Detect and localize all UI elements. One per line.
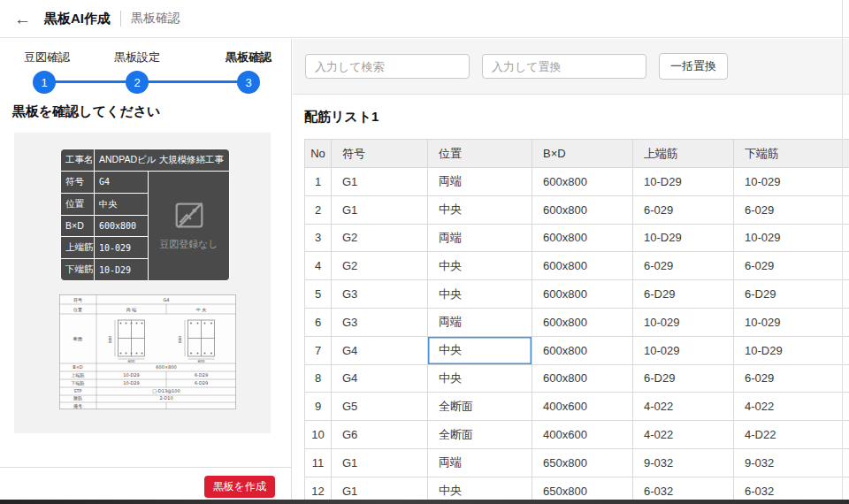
cell-bottom-bar[interactable]: 4-022 xyxy=(734,393,849,421)
cell-bxd[interactable]: 600x800 xyxy=(532,280,633,309)
cell-top-bar[interactable]: 6-029 xyxy=(633,195,734,224)
cell-sign[interactable]: G2 xyxy=(332,252,428,280)
cell-bottom-bar[interactable]: 6-029 xyxy=(734,252,849,280)
col-header-no: No xyxy=(305,140,332,168)
cell-sign[interactable]: G3 xyxy=(332,308,428,336)
cell-bxd[interactable]: 400x600 xyxy=(532,421,633,449)
svg-text:10-D29: 10-D29 xyxy=(123,372,139,378)
cell-bottom-bar[interactable]: 10-029 xyxy=(734,168,849,196)
cell-top-bar[interactable]: 10-029 xyxy=(633,336,734,364)
step-circle-2[interactable]: 2 xyxy=(126,71,149,94)
svg-text:下端筋: 下端筋 xyxy=(72,380,85,386)
cell-sign[interactable]: G4 xyxy=(332,336,428,364)
cell-sign[interactable]: G5 xyxy=(332,393,428,421)
cell-top-bar[interactable]: 10-D29 xyxy=(633,168,734,196)
cell-position[interactable]: 中央 xyxy=(428,336,532,364)
cell-sign[interactable]: G4 xyxy=(332,364,428,393)
blackboard-label: 工事名 xyxy=(61,149,94,171)
search-input[interactable] xyxy=(305,54,470,79)
cell-position[interactable]: 全断面 xyxy=(428,393,532,421)
cell-sign[interactable]: G3 xyxy=(332,280,428,309)
cell-top-bar[interactable]: 9-032 xyxy=(633,448,734,477)
cell-bottom-bar[interactable]: 6-029 xyxy=(734,195,849,224)
cell-sign[interactable]: G1 xyxy=(332,168,428,196)
svg-text:両 端: 両 端 xyxy=(126,307,137,312)
svg-text:G4: G4 xyxy=(163,297,169,302)
cell-top-bar[interactable]: 4-022 xyxy=(633,393,734,421)
cell-bxd[interactable]: 600x800 xyxy=(532,252,633,280)
col-header-position: 位置 xyxy=(428,140,532,168)
cell-bxd[interactable]: 650x800 xyxy=(532,448,633,477)
cell-no: 9 xyxy=(305,393,332,421)
cell-bxd[interactable]: 600x800 xyxy=(532,195,633,224)
step-circle-1[interactable]: 1 xyxy=(33,71,56,94)
cell-sign[interactable]: G1 xyxy=(332,448,428,477)
left-panel-footer: 黒板を作成 xyxy=(0,467,291,504)
svg-text:上端筋: 上端筋 xyxy=(72,372,85,378)
cell-bxd[interactable]: 600x800 xyxy=(532,224,633,252)
blackboard-label: 位置 xyxy=(61,194,94,215)
bulk-replace-button[interactable]: 一括置換 xyxy=(659,53,728,80)
blackboard-label: B×D xyxy=(61,216,94,237)
table-row: 8 G4 中央 600x800 6-D29 6-029 xyxy=(305,364,849,393)
svg-text:800: 800 xyxy=(178,336,182,343)
cell-top-bar[interactable]: 4-022 xyxy=(633,421,734,449)
rebar-schedule-diagram: 符号 G4 位置 両 端 中 央 断面 B×D 600×800 上端筋 10-D… xyxy=(59,294,236,409)
cell-bxd[interactable]: 600x800 xyxy=(532,308,633,336)
table-row: 3 G2 両端 600x800 10-D29 10-029 xyxy=(305,224,849,252)
cell-sign[interactable]: G2 xyxy=(332,224,428,252)
table-row: 4 G2 中央 600x800 6-029 6-029 xyxy=(305,252,849,280)
cell-position[interactable]: 中央 xyxy=(428,364,532,393)
cell-bottom-bar[interactable]: 9-032 xyxy=(734,448,849,477)
cell-position[interactable]: 両端 xyxy=(428,308,532,336)
svg-text:2-D10: 2-D10 xyxy=(159,395,172,401)
blackboard-value: 600x800 xyxy=(95,216,148,237)
step-label-2: 黒板設定 xyxy=(114,50,160,65)
table-row: 10 G6 全断面 400x600 4-022 4-D22 xyxy=(305,421,849,449)
blackboard-label: 上端筋 xyxy=(61,237,94,258)
rebar-table-body: 1 G1 両端 600x800 10-D29 10-029 2 G1 中央 xyxy=(305,168,849,504)
cell-no: 3 xyxy=(305,224,332,252)
cell-sign[interactable]: G6 xyxy=(332,421,428,449)
cell-sign[interactable]: G1 xyxy=(332,195,428,224)
cell-top-bar[interactable]: 6-D29 xyxy=(633,280,734,309)
cell-bxd[interactable]: 600x800 xyxy=(532,336,633,364)
cell-bottom-bar[interactable]: 4-D22 xyxy=(734,421,849,449)
create-blackboard-button[interactable]: 黒板を作成 xyxy=(204,476,275,498)
table-row: 9 G5 全断面 400x600 4-022 4-022 xyxy=(305,393,849,421)
cell-bottom-bar[interactable]: 6-D29 xyxy=(734,280,849,309)
cell-position[interactable]: 両端 xyxy=(428,168,532,196)
cell-no: 8 xyxy=(305,364,332,393)
cell-bottom-bar[interactable]: 6-029 xyxy=(734,364,849,393)
scrollbar-track[interactable] xyxy=(842,0,843,504)
back-icon[interactable]: ← xyxy=(14,11,31,27)
cell-position[interactable]: 全断面 xyxy=(428,421,532,449)
table-row: 1 G1 両端 600x800 10-D29 10-029 xyxy=(305,168,849,196)
search-replace-bar: 一括置換 xyxy=(293,39,849,95)
cell-no: 2 xyxy=(305,195,332,224)
cell-top-bar[interactable]: 6-D29 xyxy=(633,364,734,393)
step-circle-3[interactable]: 3 xyxy=(237,71,260,94)
cell-position[interactable]: 中央 xyxy=(428,280,532,309)
cell-position[interactable]: 両端 xyxy=(428,224,532,252)
cell-top-bar[interactable]: 10-029 xyxy=(633,308,734,336)
svg-text:600×800: 600×800 xyxy=(156,364,176,370)
table-row: 6 G3 両端 600x800 10-029 10-029 xyxy=(305,308,849,336)
cell-position[interactable]: 中央 xyxy=(428,252,532,280)
table-header-row: No 符号 位置 B×D 上端筋 下端筋 xyxy=(305,140,849,168)
svg-text:中 央: 中 央 xyxy=(196,307,207,312)
cell-bxd[interactable]: 400x600 xyxy=(532,393,633,421)
cell-position[interactable]: 両端 xyxy=(428,448,532,477)
cell-bxd[interactable]: 600x800 xyxy=(532,168,633,196)
cell-bottom-bar[interactable]: 10-029 xyxy=(734,308,849,336)
blackboard-label: 符号 xyxy=(61,172,94,193)
replace-input[interactable] xyxy=(482,54,646,79)
cell-bottom-bar[interactable]: 10-D29 xyxy=(734,336,849,364)
cell-top-bar[interactable]: 10-D29 xyxy=(633,224,734,252)
cell-top-bar[interactable]: 6-029 xyxy=(633,252,734,280)
cell-position[interactable]: 中央 xyxy=(428,195,532,224)
cell-bxd[interactable]: 600x800 xyxy=(532,364,633,393)
cell-bottom-bar[interactable]: 10-029 xyxy=(734,224,849,252)
breadcrumb: 黒板確認 xyxy=(131,11,180,27)
blackboard-project-value: ANDPADビル 大規模修繕工事 xyxy=(95,149,229,171)
